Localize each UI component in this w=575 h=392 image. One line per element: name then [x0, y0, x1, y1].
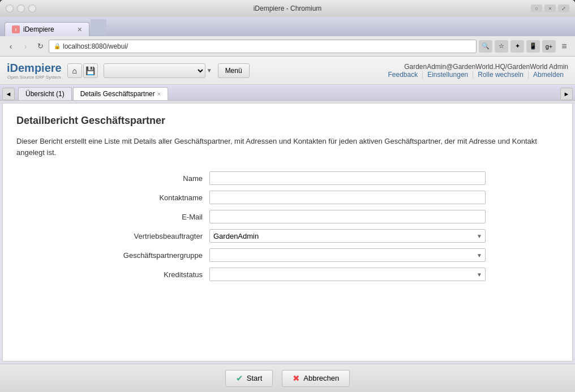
select-wrap-kredit: ▼	[209, 268, 486, 281]
title-bar-right: ○ × ⤢	[531, 5, 569, 12]
toolbar-select-wrapper: ▼	[104, 63, 212, 78]
close-browser-tab[interactable]: ×	[78, 25, 82, 33]
cancel-label: Abbrechen	[303, 374, 339, 382]
browser-window: iDempiere - Chromium ○ × ⤢ i iDempiere ×…	[0, 0, 575, 392]
extension-2-icon[interactable]: 📱	[526, 40, 540, 53]
app-logo: iDempiere Open Source ERP System	[7, 62, 62, 80]
app-tab-nav: ◄ Übersicht (1) Details Geschäftspartner…	[0, 85, 575, 101]
window-action-1[interactable]: ○	[531, 5, 542, 12]
select-kredit[interactable]	[209, 268, 486, 281]
form-row-vertrieb: Vertriebsbeauftragter GardenAdmin ▼	[89, 229, 486, 243]
tab-detail-label: Details Geschäftspartner	[80, 90, 155, 98]
url-bar[interactable]: 🔒 localhost:8080/webui/	[49, 40, 477, 53]
bookmark-icon[interactable]: ☆	[495, 40, 508, 53]
back-button[interactable]: ‹	[5, 40, 17, 53]
label-name: Name	[89, 174, 203, 183]
extension-1-icon[interactable]: ✦	[510, 40, 524, 53]
extension-3-icon[interactable]: g+	[542, 40, 556, 53]
start-label: Start	[247, 374, 262, 382]
page-description: Dieser Bericht erstellt eine Liste mit D…	[16, 136, 559, 158]
select-gruppe[interactable]	[209, 248, 486, 262]
logo-sub: Open Source ERP System	[7, 75, 61, 80]
window-action-3[interactable]: ⤢	[558, 5, 569, 12]
label-kontaktname: Kontaktname	[89, 193, 203, 202]
browser-tab-label: iDempiere	[23, 25, 54, 33]
form-row-email: E-Mail	[89, 210, 486, 223]
browser-tab-bar: i iDempiere ×	[0, 17, 575, 36]
collapse-right-button[interactable]: ►	[560, 88, 573, 100]
window-title: iDempiere - Chromium	[254, 5, 322, 12]
toolbar-dropdown-arrow-icon: ▼	[207, 67, 212, 74]
minimize-window-button[interactable]	[17, 5, 25, 12]
maximize-window-button[interactable]	[28, 5, 36, 12]
settings-link[interactable]: Einstellungen	[423, 71, 473, 79]
app-header: iDempiere Open Source ERP System ⌂ 💾 ▼ M…	[0, 57, 575, 85]
footer-bar: ✔ Start ✖ Abbrechen	[0, 364, 575, 392]
menu-button[interactable]: Menü	[218, 63, 250, 78]
switch-role-link[interactable]: Rolle wechseln	[473, 71, 529, 79]
browser-menu-button[interactable]: ≡	[558, 40, 570, 53]
label-email: E-Mail	[89, 213, 203, 221]
select-wrap-gruppe: ▼	[209, 248, 486, 262]
input-kontaktname[interactable]	[209, 191, 486, 204]
tab-overview[interactable]: Übersicht (1)	[18, 87, 72, 100]
tab-detail[interactable]: Details Geschäftspartner ×	[73, 87, 169, 100]
app-area: iDempiere Open Source ERP System ⌂ 💾 ▼ M…	[0, 57, 575, 392]
page-title: Detailbericht Geschäftspartner	[16, 115, 559, 127]
address-bar: ‹ › ↻ 🔒 localhost:8080/webui/ 🔍 ☆ ✦ 📱 g+…	[0, 36, 575, 57]
close-tab-icon[interactable]: ×	[157, 91, 161, 97]
toolbar-select[interactable]	[104, 63, 205, 78]
start-button[interactable]: ✔ Start	[225, 370, 273, 387]
select-wrap-vertrieb: GardenAdmin ▼	[209, 229, 486, 243]
tab-favicon: i	[12, 25, 20, 33]
url-text: localhost:8080/webui/	[63, 42, 128, 50]
label-gruppe: Geschäftspartnergruppe	[89, 251, 203, 260]
logo-text: iDempiere	[7, 62, 62, 75]
window-controls	[6, 5, 36, 12]
refresh-button[interactable]: ↻	[34, 40, 46, 53]
collapse-left-button[interactable]: ◄	[2, 88, 15, 100]
label-kredit: Kreditstatus	[89, 270, 203, 279]
select-vertrieb[interactable]: GardenAdmin	[209, 229, 486, 243]
form-section: Name Kontaktname E-Mail Vertriebsbeauftr…	[89, 171, 486, 281]
start-icon: ✔	[236, 373, 243, 384]
browser-actions: 🔍 ☆ ✦ 📱 g+ ≡	[479, 40, 570, 53]
toolbar-icons: ⌂ 💾	[67, 63, 98, 78]
new-tab-button[interactable]	[91, 19, 106, 35]
browser-tab-idempiere[interactable]: i iDempiere ×	[5, 22, 89, 36]
window-action-2[interactable]: ×	[544, 5, 556, 12]
cancel-icon: ✖	[293, 373, 300, 384]
save-icon[interactable]: 💾	[83, 63, 98, 78]
header-links: Feedback Einstellungen Rolle wechseln Ab…	[383, 71, 568, 79]
tab-overview-label: Übersicht (1)	[25, 90, 65, 98]
form-row-gruppe: Geschäftspartnergruppe ▼	[89, 248, 486, 262]
cancel-button[interactable]: ✖ Abbrechen	[282, 370, 350, 387]
forward-button[interactable]: ›	[19, 40, 32, 53]
home-icon[interactable]: ⌂	[67, 63, 82, 78]
label-vertrieb: Vertriebsbeauftragter	[89, 232, 203, 240]
form-row-kredit: Kreditstatus ▼	[89, 268, 486, 281]
main-content: Detailbericht Geschäftspartner Dieser Be…	[2, 103, 573, 361]
header-right: GardenAdmin@GardenWorld.HQ/GardenWorld A…	[383, 63, 568, 79]
title-bar: iDempiere - Chromium ○ × ⤢	[0, 0, 575, 17]
input-name[interactable]	[209, 171, 486, 185]
user-info: GardenAdmin@GardenWorld.HQ/GardenWorld A…	[404, 63, 568, 71]
zoom-icon[interactable]: 🔍	[479, 40, 492, 53]
input-email[interactable]	[209, 210, 486, 223]
close-window-button[interactable]	[6, 5, 14, 12]
url-lock-icon: 🔒	[54, 43, 61, 49]
form-row-kontaktname: Kontaktname	[89, 191, 486, 204]
form-row-name: Name	[89, 171, 486, 185]
feedback-link[interactable]: Feedback	[383, 71, 423, 79]
logout-link[interactable]: Abmelden	[529, 71, 568, 79]
